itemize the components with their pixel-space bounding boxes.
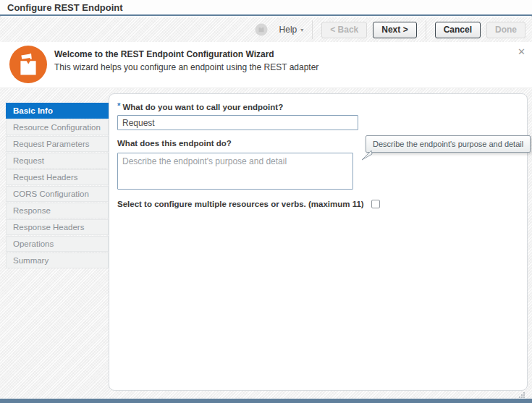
toolbar-divider [426,20,426,39]
wizard-step-list: Basic Info Resource Configuration Reques… [6,103,109,269]
step-request-parameters[interactable]: Request Parameters [6,136,109,152]
avatar-icon[interactable] [255,23,268,36]
wizard-body: Basic Info Resource Configuration Reques… [0,88,532,399]
title-bar: Configure REST Endpoint [0,0,532,16]
configure-rest-endpoint-dialog: Configure REST Endpoint Help ▾ < Back Ne… [0,0,532,403]
description-tooltip: Describe the endpoint's purpose and deta… [366,135,531,153]
welcome-banner: Welcome to the REST Endpoint Configurati… [0,42,532,88]
basic-info-panel: *What do you want to call your endpoint?… [109,93,528,391]
help-label: Help [279,25,297,35]
tooltip-pointer [361,150,373,161]
toolbar-divider [312,20,313,39]
step-cors-configuration[interactable]: CORS Configuration [6,186,109,202]
step-basic-info[interactable]: Basic Info [6,103,109,119]
rest-adapter-icon [9,46,47,83]
endpoint-name-input[interactable] [117,115,358,130]
window-bottom-bar [0,399,532,403]
step-response-headers[interactable]: Response Headers [6,219,109,235]
back-button: < Back [321,22,367,38]
step-request[interactable]: Request [6,153,109,169]
required-asterisk: * [117,101,120,110]
banner-subtitle: This wizard helps you configure an endpo… [54,62,318,72]
next-button[interactable]: Next > [373,22,416,38]
chevron-down-icon: ▾ [300,27,303,33]
wizard-toolbar: Help ▾ < Back Next > Cancel Done [0,17,532,42]
endpoint-description-textarea[interactable] [117,153,353,190]
step-request-headers[interactable]: Request Headers [6,169,109,185]
step-response[interactable]: Response [6,203,109,219]
close-icon[interactable]: ✕ [518,47,525,56]
resize-grip-icon[interactable] [518,392,525,399]
multiple-resources-row: Select to configure multiple resources o… [117,200,380,208]
done-button: Done [486,22,525,38]
banner-title: Welcome to the REST Endpoint Configurati… [54,49,318,59]
endpoint-description-label: What does this endpoint do? [117,139,232,148]
multiple-resources-checkbox[interactable] [371,200,380,208]
multiple-resources-label: Select to configure multiple resources o… [117,200,364,208]
page-title: Configure REST Endpoint [7,2,123,13]
step-resource-configuration[interactable]: Resource Configuration [6,119,109,135]
tooltip-text: Describe the endpoint's purpose and deta… [373,140,523,148]
cancel-button[interactable]: Cancel [435,22,481,38]
step-operations[interactable]: Operations [6,236,109,252]
endpoint-name-label: *What do you want to call your endpoint? [117,103,283,111]
help-menu[interactable]: Help ▾ [279,25,304,35]
step-summary[interactable]: Summary [6,253,109,268]
